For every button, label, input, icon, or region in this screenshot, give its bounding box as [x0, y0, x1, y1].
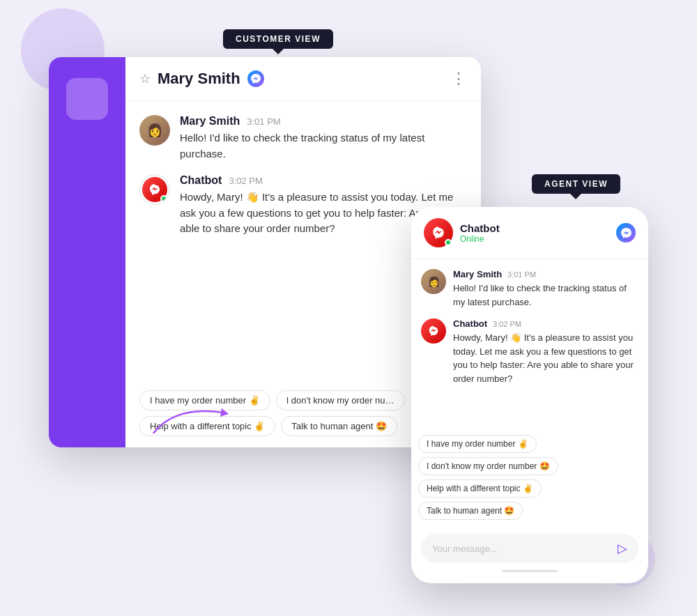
agent-sender-name: Mary Smith: [453, 269, 502, 279]
more-options-icon[interactable]: ⋮: [451, 70, 467, 88]
agent-input-placeholder: Your message...: [432, 544, 618, 554]
online-indicator: [445, 239, 452, 246]
arrow-annotation: [146, 385, 230, 443]
agent-msg-content: Mary Smith 3:01 PM Hello! I'd like to ch…: [453, 269, 638, 309]
avatar-mary: 👩: [139, 115, 170, 146]
agent-msg-meta: Mary Smith 3:01 PM: [453, 269, 638, 279]
agent-quick-replies: I have my order number ✌️ I don't know m…: [411, 435, 648, 527]
agent-chatbot-name: Chatbot: [460, 222, 500, 234]
sidebar-icon-placeholder: [66, 78, 108, 120]
star-icon[interactable]: ☆: [139, 71, 151, 86]
sidebar: [49, 57, 125, 447]
agent-qr-different-topic[interactable]: Help with a different topic ✌️: [418, 479, 542, 498]
message-time: 3:02 PM: [229, 176, 262, 186]
message-content: Mary Smith 3:01 PM Hello! I'd like to ch…: [180, 115, 467, 162]
agent-input-area: Your message... ▷: [411, 527, 648, 583]
quick-reply-no-order[interactable]: I don't know my order nu…: [276, 390, 405, 410]
quick-reply-human-agent[interactable]: Talk to human agent 🤩: [281, 416, 397, 436]
customer-chat-header: ☆ Mary Smith ⋮: [125, 57, 481, 101]
agent-qr-no-order[interactable]: I don't know my order number 🤩: [418, 457, 558, 475]
message-row: 👩 Mary Smith 3:01 PM Hello! I'd like to …: [139, 115, 467, 162]
sender-name: Mary Smith: [180, 115, 240, 128]
agent-message-row: 👩 Mary Smith 3:01 PM Hello! I'd like to …: [421, 269, 638, 309]
agent-qr-order-number[interactable]: I have my order number ✌️: [418, 435, 537, 453]
agent-qr-human-agent[interactable]: Talk to human agent 🤩: [418, 502, 523, 520]
agent-chatbot-avatar: [424, 218, 453, 247]
customer-name: Mary Smith: [158, 70, 240, 88]
agent-msg-text: Howdy, Mary! 👋 It's a pleasure to assist…: [453, 331, 638, 385]
svg-marker-0: [220, 408, 229, 417]
agent-status: Online: [460, 234, 500, 244]
agent-msg-time: 3:02 PM: [493, 320, 521, 328]
online-indicator: [160, 195, 167, 202]
messenger-icon: [247, 70, 264, 87]
sender-name: Chatbot: [180, 174, 222, 187]
message-text: Hello! I'd like to check the tracking st…: [180, 130, 467, 162]
message-meta: Chatbot 3:02 PM: [180, 174, 467, 187]
agent-messages-area: 👩 Mary Smith 3:01 PM Hello! I'd like to …: [411, 259, 648, 435]
home-indicator: [502, 570, 558, 572]
agent-header: Chatbot Online: [411, 207, 648, 259]
agent-msg-content: Chatbot 3:02 PM Howdy, Mary! 👋 It's a pl…: [453, 318, 638, 385]
agent-header-left: Chatbot Online: [424, 218, 500, 247]
header-left: ☆ Mary Smith: [139, 70, 264, 88]
agent-sender-name: Chatbot: [453, 318, 487, 329]
messenger-icon-agent: [616, 223, 636, 242]
agent-info: Chatbot Online: [460, 222, 500, 244]
agent-panel: Chatbot Online 👩 Mary Smith 3:01 PM: [411, 207, 648, 583]
message-time: 3:01 PM: [247, 116, 280, 127]
send-button[interactable]: ▷: [618, 541, 627, 556]
agent-view-label: AGENT VIEW: [532, 174, 620, 194]
agent-msg-meta: Chatbot 3:02 PM: [453, 318, 638, 329]
agent-msg-text: Hello! I'd like to check the tracking st…: [453, 282, 638, 309]
agent-avatar-mary: 👩: [421, 269, 446, 294]
agent-message-row: Chatbot 3:02 PM Howdy, Mary! 👋 It's a pl…: [421, 318, 638, 385]
avatar-chatbot: [139, 174, 170, 205]
message-meta: Mary Smith 3:01 PM: [180, 115, 467, 128]
agent-input-box[interactable]: Your message... ▷: [421, 534, 638, 563]
agent-msg-time: 3:01 PM: [507, 270, 536, 279]
agent-avatar-chatbot: [421, 318, 446, 344]
customer-view-label: CUSTOMER VIEW: [223, 29, 333, 49]
